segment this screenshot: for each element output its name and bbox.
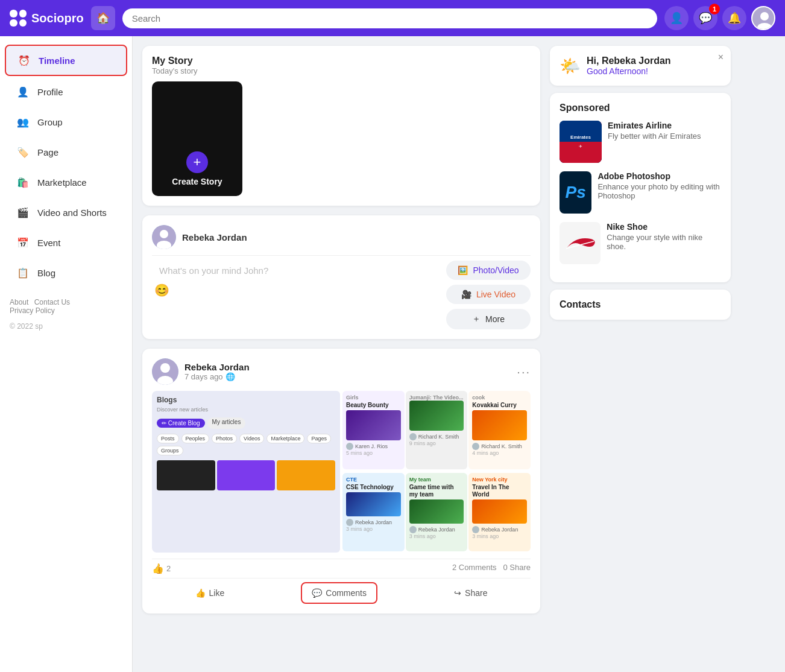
sidebar-item-profile[interactable]: 👤 Profile bbox=[5, 77, 127, 106]
messages-badge: 1 bbox=[709, 4, 720, 14]
story-card: My Story Today's story + Create Story bbox=[142, 46, 540, 206]
blog-preview-sub: Discover new articles bbox=[157, 407, 335, 413]
composer-body: What's on your mind John? 😊 🖼️ Photo/Vid… bbox=[152, 261, 531, 329]
live-video-label: Live Video bbox=[476, 290, 515, 299]
share-button[interactable]: ↪ Share bbox=[444, 582, 497, 604]
marketplace-icon: 🛍️ bbox=[14, 174, 31, 191]
nike-image bbox=[560, 222, 601, 264]
sidebar-item-marketplace[interactable]: 🛍️ Marketplace bbox=[5, 168, 127, 197]
svg-text:Emirates: Emirates bbox=[570, 135, 591, 140]
svg-point-4 bbox=[160, 230, 168, 238]
more-button[interactable]: ＋ More bbox=[446, 309, 531, 329]
more-plus-icon: ＋ bbox=[472, 314, 481, 325]
post-time: 7 days ago bbox=[184, 372, 223, 381]
composer-left: What's on your mind John? 😊 bbox=[152, 261, 446, 300]
sponsor-emirates[interactable]: Emirates ✈ Emirates Airline Fly better w… bbox=[560, 121, 721, 163]
share-icon: ↪ bbox=[454, 588, 461, 598]
svg-text:✈: ✈ bbox=[579, 144, 582, 148]
svg-point-7 bbox=[160, 363, 170, 373]
sidebar-footer: About Contact Us Privacy Policy bbox=[0, 288, 132, 320]
composer-top: Rebeka Jordan bbox=[152, 225, 531, 249]
greeting-icon: 🌤️ bbox=[560, 56, 581, 76]
privacy-link[interactable]: Privacy Policy bbox=[10, 306, 55, 315]
friends-button[interactable]: 👤 bbox=[664, 6, 689, 30]
small-card-jumanji: Jumanji: The Video... Richard K. Smith 9… bbox=[406, 391, 468, 469]
composer-avatar bbox=[152, 225, 176, 249]
sidebar-label-page: Page bbox=[37, 147, 58, 157]
profile-icon: 👤 bbox=[14, 83, 31, 100]
sidebar-item-page[interactable]: 🏷️ Page bbox=[5, 138, 127, 166]
sidebar-label-group: Group bbox=[37, 117, 63, 127]
comment-icon: 💬 bbox=[312, 588, 322, 598]
sidebar-label-timeline: Timeline bbox=[39, 55, 75, 66]
photo-video-button[interactable]: 🖼️ Photo/Video bbox=[446, 261, 531, 280]
feed: My Story Today's story + Create Story bbox=[142, 46, 540, 662]
sponsor-nike-info: Nike Shoe Change your style with nike sh… bbox=[607, 222, 721, 251]
photo-icon: 🖼️ bbox=[458, 265, 468, 275]
game-img bbox=[409, 499, 464, 524]
greeting-sub: Good Afternoon! bbox=[587, 66, 671, 76]
contacts-title: Contacts bbox=[560, 299, 721, 310]
create-story-button[interactable]: + Create Story bbox=[152, 81, 242, 196]
story-title: My Story bbox=[152, 55, 531, 66]
notifications-button[interactable]: 🔔 bbox=[722, 6, 746, 30]
post-image-right-bottom: CTE CSE Technology Rebeka Jordan 3 mins … bbox=[342, 473, 531, 553]
photo-video-label: Photo/Video bbox=[473, 265, 519, 275]
contacts-card: Contacts bbox=[550, 290, 731, 320]
topnav-icons: 👤 💬 1 🔔 bbox=[664, 6, 775, 30]
photoshop-name: Adobe Photoshop bbox=[597, 171, 721, 181]
post-card: Rebeka Jordan 7 days ago 🌐 ··· Blogs bbox=[142, 349, 540, 613]
comments-button[interactable]: 💬 Comments bbox=[301, 582, 377, 604]
post-actions: 👍 Like 💬 Comments ↪ Share bbox=[152, 582, 531, 604]
sidebar-label-profile: Profile bbox=[37, 87, 63, 97]
sidebar-item-event[interactable]: 📅 Event bbox=[5, 228, 127, 257]
composer-placeholder[interactable]: What's on your mind John? bbox=[152, 261, 446, 281]
greeting-hi: Hi, Rebeka Jordan bbox=[587, 55, 671, 66]
sidebar-item-blog[interactable]: 📋 Blog bbox=[5, 258, 127, 287]
create-blog-btn: ✏ Create Blog bbox=[157, 419, 205, 428]
contact-link[interactable]: Contact Us bbox=[34, 298, 70, 306]
composer-actions: 🖼️ Photo/Video 🎥 Live Video ＋ More bbox=[446, 261, 531, 329]
about-link[interactable]: About bbox=[10, 298, 28, 306]
photoshop-image: Ps bbox=[560, 171, 591, 214]
nike-desc: Change your style with nike shoe. bbox=[607, 233, 721, 251]
post-more-button[interactable]: ··· bbox=[517, 365, 531, 379]
user-avatar[interactable] bbox=[751, 6, 775, 30]
sidebar-item-video-shorts[interactable]: 🎬 Video and Shorts bbox=[5, 198, 127, 227]
blog-thumb-beauty bbox=[157, 460, 215, 490]
like-thumb-icon: 👍 bbox=[152, 563, 164, 574]
topnav: Sociopro 🏠 👤 💬 1 🔔 bbox=[0, 0, 785, 36]
share-label: Share bbox=[465, 588, 487, 598]
sidebar-item-timeline[interactable]: ⏰ Timeline bbox=[5, 45, 127, 76]
sidebar-item-group[interactable]: 👥 Group bbox=[5, 107, 127, 136]
photoshop-desc: Enhance your photo by editing with Photo… bbox=[597, 182, 721, 200]
app-logo: Sociopro bbox=[10, 10, 84, 27]
sidebar-label-event: Event bbox=[37, 238, 60, 248]
kovakkai-img bbox=[472, 410, 527, 440]
beauty-img bbox=[346, 410, 401, 440]
sidebar-label-marketplace: Marketplace bbox=[37, 177, 87, 188]
greeting-text: Hi, Rebeka Jordan Good Afternoon! bbox=[587, 55, 671, 76]
composer-username: Rebeka Jordan bbox=[182, 232, 247, 242]
sponsor-photoshop[interactable]: Ps Adobe Photoshop Enhance your photo by… bbox=[560, 171, 721, 214]
greeting-close-button[interactable]: × bbox=[718, 52, 724, 63]
messages-button[interactable]: 💬 1 bbox=[693, 6, 717, 30]
live-icon: 🎥 bbox=[461, 290, 471, 299]
sponsor-nike[interactable]: Nike Shoe Change your style with nike sh… bbox=[560, 222, 721, 264]
post-author-name: Rebeka Jordan bbox=[184, 362, 250, 372]
search-input[interactable] bbox=[122, 8, 657, 28]
group-icon: 👥 bbox=[14, 113, 31, 130]
post-stats: 👍 2 2 Comments 0 Share bbox=[152, 559, 531, 578]
sponsor-photoshop-info: Adobe Photoshop Enhance your photo by ed… bbox=[597, 171, 721, 200]
sponsored-card: Sponsored Emirates ✈ Emirates Airline Fl bbox=[550, 93, 731, 282]
live-video-button[interactable]: 🎥 Live Video bbox=[446, 285, 531, 304]
home-button[interactable]: 🏠 bbox=[91, 6, 115, 30]
blog-preview: Blogs Discover new articles ✏ Create Blo… bbox=[152, 391, 340, 553]
like-button[interactable]: 👍 Like bbox=[186, 582, 235, 604]
blog-thumb-jumanji bbox=[217, 460, 276, 490]
messages-icon: 💬 bbox=[699, 11, 712, 25]
small-card-travel: New York city Travel In The World Rebeka… bbox=[468, 473, 531, 551]
emoji-button[interactable]: 😊 bbox=[152, 281, 172, 300]
blog-preview-tabs: Posts Peoples Photos Videos Marketplace … bbox=[157, 434, 335, 455]
like-icon: 👍 bbox=[195, 588, 206, 598]
